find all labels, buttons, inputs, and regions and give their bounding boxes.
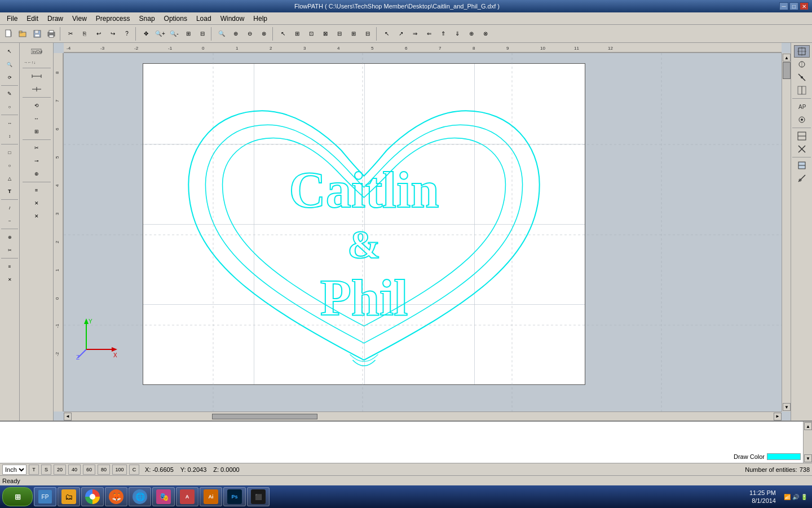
menu-file[interactable]: File: [2, 14, 22, 24]
tb-print[interactable]: [45, 27, 58, 41]
lt-text[interactable]: T: [2, 185, 17, 198]
lt-wave[interactable]: ~: [2, 214, 17, 227]
taskbar-explorer[interactable]: 🗂: [58, 487, 80, 506]
taskbar-terminal[interactable]: ⬛: [247, 487, 270, 506]
lt-zoom[interactable]: 🔍: [2, 58, 17, 71]
menu-preprocess[interactable]: Preprocess: [91, 14, 135, 24]
tb-zoom2[interactable]: 🔍: [215, 27, 228, 41]
tb-pan[interactable]: ✥: [139, 27, 153, 41]
tb-tool5[interactable]: ⇑: [436, 27, 450, 41]
lt-grid[interactable]: ≡: [2, 260, 17, 273]
lt-edit[interactable]: ✂: [2, 244, 17, 256]
tb-select4[interactable]: ⊠: [319, 27, 332, 41]
tb-select7[interactable]: ⊟: [361, 27, 374, 41]
tb-undo[interactable]: ↩: [92, 27, 105, 41]
taskbar-ie[interactable]: 🌐: [129, 487, 151, 506]
lt2-mirror[interactable]: ↔: [23, 112, 51, 125]
tb-redo[interactable]: ↪: [106, 27, 120, 41]
tb-select5[interactable]: ⊟: [333, 27, 346, 41]
menu-window[interactable]: Window: [216, 14, 249, 24]
tb-save[interactable]: [30, 27, 44, 41]
rt-tool6[interactable]: [794, 172, 810, 185]
canvas-area[interactable]: -4 -3 -2 -1 0 1 2 3 4 5 6 7 8 9 10 11 12: [54, 43, 791, 421]
taskbar-illustrator[interactable]: Ai: [200, 487, 222, 506]
tb-zoom-in[interactable]: 🔍+: [153, 27, 167, 41]
lt2-more2[interactable]: ✕: [23, 197, 51, 209]
menu-snap[interactable]: Snap: [135, 14, 160, 24]
lt-tool1[interactable]: ⟳: [2, 71, 17, 84]
tb-tool1[interactable]: ↖: [380, 27, 394, 41]
tb-tool7[interactable]: ⊕: [465, 27, 478, 41]
rt-tool1[interactable]: AP: [794, 100, 810, 113]
snap-100-btn[interactable]: 100: [112, 465, 127, 475]
output-scrollbar[interactable]: ▲ ▼: [803, 422, 812, 463]
menu-edit[interactable]: Edit: [22, 14, 43, 24]
tb-copy[interactable]: ⎘: [78, 27, 91, 41]
snap-c-btn[interactable]: C: [129, 465, 139, 475]
lt-measure[interactable]: ↔: [2, 117, 17, 129]
rt-tool3[interactable]: [794, 130, 810, 142]
tb-tool4[interactable]: ⇐: [422, 27, 436, 41]
lt2-trim[interactable]: ✂: [23, 142, 51, 154]
close-button[interactable]: ✕: [800, 2, 809, 10]
snap-40-btn[interactable]: 40: [68, 465, 81, 475]
tb-zoom-fit[interactable]: ⊞: [182, 27, 195, 41]
lt-line[interactable]: ↕: [2, 130, 17, 142]
taskbar-autocad[interactable]: A: [176, 487, 198, 506]
tb-tool8[interactable]: ⊗: [479, 27, 492, 41]
lt2-join[interactable]: ⊕: [23, 168, 51, 180]
snap-20-btn[interactable]: 20: [54, 465, 66, 475]
lt-more[interactable]: ✕: [2, 273, 17, 286]
tb-tool3[interactable]: ⇒: [408, 27, 422, 41]
rt-tool5[interactable]: [794, 159, 810, 172]
lt-select[interactable]: ↖: [2, 45, 17, 58]
rt-tool2[interactable]: [794, 113, 810, 126]
tb-select6[interactable]: ⊞: [347, 27, 360, 41]
minimize-button[interactable]: ─: [779, 2, 788, 10]
snap-60-btn[interactable]: 60: [83, 465, 95, 475]
tb-zoom3[interactable]: ⊕: [229, 27, 242, 41]
lt2-arrow[interactable]: →←↑↓: [23, 58, 51, 66]
draw-color-swatch[interactable]: [767, 453, 801, 460]
lt-draw2[interactable]: ○: [2, 100, 17, 113]
tray-network[interactable]: 📶: [784, 494, 791, 500]
tb-select[interactable]: ↖: [276, 27, 290, 41]
menu-options[interactable]: Options: [160, 14, 192, 24]
tb-open[interactable]: [16, 27, 30, 41]
start-button[interactable]: ⊞: [2, 487, 33, 506]
lt2-more3[interactable]: ✕: [23, 210, 51, 222]
lt-node[interactable]: ⊕: [2, 231, 17, 243]
tb-new[interactable]: [2, 27, 16, 41]
menu-draw[interactable]: Draw: [43, 14, 68, 24]
taskbar-flowpath[interactable]: FP: [34, 487, 56, 506]
menu-help[interactable]: Help: [249, 14, 272, 24]
lt2-extend[interactable]: ⊸: [23, 155, 51, 167]
lt-circ[interactable]: ○: [2, 159, 17, 172]
snap-t-btn[interactable]: T: [29, 465, 39, 475]
tb-zoom-window[interactable]: ⊟: [196, 27, 209, 41]
taskbar-app5[interactable]: 🎭: [152, 487, 175, 506]
tb-zoom5[interactable]: ⊗: [257, 27, 271, 41]
menu-view[interactable]: View: [68, 14, 91, 24]
lt2-more1[interactable]: ≡: [23, 184, 51, 196]
rt-snap2[interactable]: [794, 58, 810, 71]
rt-tool4[interactable]: [794, 143, 810, 155]
rt-snap4[interactable]: [794, 84, 810, 97]
tb-help[interactable]: ?: [120, 27, 134, 41]
rt-snap3[interactable]: [794, 71, 810, 84]
tb-zoom4[interactable]: ⊖: [243, 27, 257, 41]
lt2-transform[interactable]: ⟲: [23, 99, 51, 112]
lt-tri[interactable]: △: [2, 172, 17, 185]
lt2-cross[interactable]: [23, 83, 51, 95]
lt-spline[interactable]: /: [2, 202, 17, 214]
taskbar-chrome[interactable]: [81, 487, 104, 506]
lt-draw1[interactable]: ✎: [2, 87, 17, 100]
lt2-input[interactable]: In/Out: [23, 45, 51, 58]
rt-snap1[interactable]: [794, 45, 810, 58]
lt-rect[interactable]: □: [2, 146, 17, 159]
lt2-measure[interactable]: [23, 70, 51, 82]
menu-load[interactable]: Load: [192, 14, 216, 24]
taskbar-firefox[interactable]: 🦊: [105, 487, 127, 506]
lt2-scale[interactable]: ⊞: [23, 125, 51, 138]
tb-zoom-out[interactable]: 🔍-: [167, 27, 181, 41]
